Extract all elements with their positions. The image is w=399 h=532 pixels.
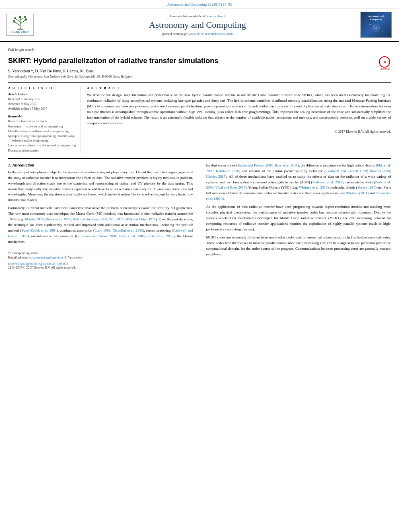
- section1-para1: In the study of astrophysical objects, t…: [8, 170, 193, 203]
- history-label: Article history:: [8, 92, 76, 96]
- ref-yusef[interactable]: Yusef-Zadeh et al. 1984: [21, 228, 57, 232]
- abstract-text: We describe the design, implementation a…: [87, 92, 391, 126]
- left-column: 1. Introduction In the study of astrophy…: [8, 163, 196, 270]
- ref-boisse[interactable]: Boisse 1990: [358, 185, 375, 189]
- ref-witt-stephens[interactable]: Witt and Stephens 1974: [73, 217, 107, 221]
- homepage-line: journal homepage: www.elsevier.com/locat…: [39, 32, 356, 36]
- doi-area: http://dx.doi.org/10.1016/j.ascom.2017.0…: [8, 262, 193, 269]
- issn-text: 2213-1337/© 2017 Elsevier B.V. All right…: [8, 266, 193, 269]
- authors-line: S. Verstocken *, D. Van De Putte, P. Cam…: [8, 69, 391, 73]
- ref-robitaille[interactable]: Robitaille 2010: [216, 169, 239, 173]
- received-date: Received 6 January 2017: [8, 97, 76, 102]
- elsevier-logo: ELSEVIER: [6, 14, 35, 36]
- svg-point-14: [370, 24, 371, 25]
- abstract-title: A B S T R A C T: [87, 86, 391, 90]
- ref-mattila[interactable]: Mattila 1970: [25, 217, 43, 221]
- contents-line: Contents lists available at ScienceDirec…: [39, 14, 356, 18]
- ref-witt1977[interactable]: Witt 1977: [109, 217, 124, 221]
- sciencedirect-link[interactable]: ScienceDirect: [206, 14, 225, 18]
- svg-point-7: [14, 17, 16, 19]
- article-title: SKIRT: Hybrid parallelization of radiati…: [8, 56, 218, 66]
- ref-pinte2006[interactable]: Pinte et al. 2006: [148, 234, 173, 238]
- keyword-4: Multiprocessing / multiprogramming / mul…: [8, 134, 76, 143]
- ref-whitney[interactable]: Whitney et al. 2013: [299, 185, 327, 189]
- ref-roark[interactable]: Roark et al. 1974: [46, 217, 71, 221]
- crossmark-symbol: ✕: [383, 60, 386, 64]
- accepted-date: Accepted 9 May 2017: [8, 102, 76, 107]
- ref-lucy[interactable]: Lucy 1999: [95, 228, 110, 232]
- keywords-label: Keywords:: [8, 115, 76, 118]
- journal-thumbnail: Astronomy andComputing: [360, 12, 393, 38]
- ref-baes2005[interactable]: Baes et al. 2005: [119, 234, 145, 238]
- homepage-url[interactable]: www.elsevier.com/locate/ascom: [189, 32, 232, 36]
- citation-text: Astronomy and Computing 20 (2017) 16–33: [167, 2, 232, 6]
- section1-heading: 1. Introduction: [8, 163, 193, 167]
- right-column: for dust emissivities (Juvela and Padoan…: [203, 163, 391, 270]
- section1-para2: Fortunately, different methods have been…: [8, 205, 193, 245]
- svg-point-5: [13, 20, 15, 23]
- thumb-label: Astronomy andComputing: [368, 15, 384, 21]
- svg-point-8: [24, 16, 26, 18]
- ref-vidal[interactable]: Vidal and Baes 2007: [215, 185, 245, 189]
- svg-point-6: [25, 18, 27, 21]
- ref-harries[interactable]: Harries 2015: [206, 175, 226, 179]
- svg-line-1: [14, 22, 20, 26]
- journal-header: ELSEVIER Contents lists available at Sci…: [0, 8, 399, 42]
- right-para1: for dust emissivities (Juvela and Padoan…: [206, 163, 391, 202]
- ref-cashwell2[interactable]: Cashwell and Everett 1959: [326, 169, 367, 173]
- main-content: Full length article SKIRT: Hybrid parall…: [0, 42, 399, 277]
- info-abstract-section: A R T I C L E I N F O Article history: R…: [8, 82, 391, 153]
- elsevier-tree-svg: [8, 14, 32, 30]
- journal-center: Contents lists available at ScienceDirec…: [39, 14, 356, 36]
- abstract-panel: A B S T R A C T We describe the design, …: [87, 86, 391, 153]
- journal-thumb-image: Astronomy andComputing: [360, 12, 392, 38]
- keyword-3: Multithreading — software and its engine…: [8, 129, 76, 134]
- keyword-5: Concurrency control — software and its e…: [8, 143, 76, 148]
- ref-jonsson[interactable]: Jonsson 2006: [370, 169, 390, 173]
- footnote-area: * Corresponding author. E-mail address: …: [8, 249, 193, 260]
- article-type: Full length article: [8, 46, 391, 53]
- title-row: SKIRT: Hybrid parallelization of radiati…: [8, 56, 391, 69]
- keyword-6: Process synchronization: [8, 148, 76, 153]
- thumb-visual: [368, 23, 384, 35]
- svg-point-15: [382, 31, 383, 32]
- citation-bar: Astronomy and Computing 20 (2017) 16–33: [0, 0, 399, 8]
- ref-juvela[interactable]: Juvela and Padoan 2003: [237, 163, 272, 167]
- footnote-email-link[interactable]: sam.verstocken@ugent.be: [29, 256, 63, 259]
- ref-stalevski[interactable]: Stalevski et al. 2012: [313, 180, 342, 184]
- available-date: Available online 15 May 2017: [8, 107, 76, 111]
- affiliation-line: Sterrenkundig Observatorium Universiteit…: [8, 74, 391, 78]
- footnote-email: E-mail address: sam.verstocken@ugent.be …: [8, 255, 193, 260]
- keyword-2: Numerical — software and its engineering: [8, 124, 76, 129]
- thumb-svg: [368, 23, 384, 34]
- crossmark-icon: ✕: [379, 56, 390, 68]
- svg-point-16: [371, 31, 372, 32]
- svg-point-9: [19, 16, 21, 18]
- crossmark-badge: ✕ CrossMark: [379, 56, 391, 68]
- keyword-1: Radiative transfer — methods: [8, 119, 76, 123]
- right-para3: MCRT codes are inherently different from…: [206, 235, 391, 257]
- body-content: 1. Introduction In the study of astrophy…: [8, 158, 391, 270]
- ref-niccolini[interactable]: Niccolini et al. 2003: [113, 228, 143, 232]
- copyright-line: © 2017 Elsevier B.V. All rights reserved…: [87, 129, 391, 134]
- ref-bjorkman[interactable]: Bjorkman and Wood 2001: [76, 234, 117, 238]
- right-para2: As the applications of dust radiative tr…: [206, 204, 391, 232]
- crossmark-label: CrossMark: [379, 68, 391, 70]
- ref-baes2011[interactable]: Baes et al. 2011: [275, 163, 298, 167]
- svg-line-3: [16, 18, 20, 22]
- ref-witt-oshel[interactable]: Witt and Oshel 1977: [125, 217, 156, 221]
- svg-line-2: [20, 20, 26, 24]
- keywords-section: Keywords: Radiative transfer — methods N…: [8, 115, 76, 152]
- ref-whitney2011[interactable]: Whitney (2011): [346, 191, 369, 195]
- elsevier-wordmark: ELSEVIER: [11, 30, 29, 34]
- svg-point-13: [375, 27, 377, 29]
- article-info-panel: A R T I C L E I N F O Article history: R…: [8, 86, 80, 153]
- footnote-star: * Corresponding author.: [8, 251, 193, 255]
- elsevier-logo-image: ELSEVIER: [6, 14, 34, 36]
- journal-title: Astronomy and Computing: [39, 20, 356, 30]
- doi-link[interactable]: http://dx.doi.org/10.1016/j.ascom.2017.0…: [8, 262, 193, 266]
- article-info-title: A R T I C L E I N F O: [8, 86, 76, 90]
